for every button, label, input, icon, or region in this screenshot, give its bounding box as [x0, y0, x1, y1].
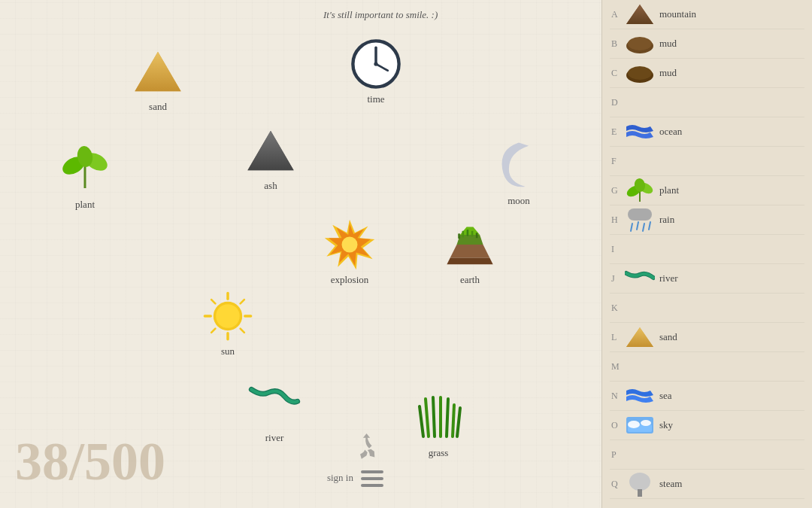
- sidebar-item-sky[interactable]: O sky: [610, 411, 804, 440]
- plant-label: plant: [75, 199, 95, 211]
- main-canvas: It's still important to smile. :) sand: [0, 0, 601, 508]
- sun-icon: [201, 290, 254, 342]
- sand-sidebar-label: sand: [659, 331, 677, 343]
- sidebar-item-i[interactable]: I: [610, 235, 804, 264]
- ocean-sidebar-icon: [625, 120, 655, 143]
- mud-sidebar-icon: [625, 32, 655, 55]
- sidebar-item-mud[interactable]: B mud: [610, 29, 804, 59]
- rain-sidebar-icon: [625, 208, 655, 231]
- svg-line-35: [426, 399, 429, 437]
- item-plant[interactable]: plant: [59, 143, 111, 211]
- sidebar-item-p[interactable]: P: [610, 440, 804, 470]
- mud2-sidebar-icon: [625, 62, 655, 84]
- rain-label: rain: [659, 214, 674, 226]
- time-icon: [350, 38, 402, 90]
- svg-point-44: [628, 37, 652, 50]
- menu-line-2: [361, 477, 383, 480]
- mountain-label: mountain: [659, 8, 696, 20]
- svg-line-55: [649, 222, 650, 230]
- sidebar-item-ocean[interactable]: E ocean: [610, 117, 804, 147]
- plant-sidebar-label: plant: [659, 184, 679, 196]
- sidebar-item-sea[interactable]: N sea: [610, 382, 804, 411]
- grass-icon: [412, 391, 465, 444]
- item-sun[interactable]: sun: [201, 290, 254, 357]
- river-sidebar-icon: [625, 267, 655, 290]
- ash-icon: [244, 124, 297, 177]
- mud2-label: mud: [659, 67, 677, 79]
- river-label: river: [265, 432, 284, 444]
- sidebar-item-rain[interactable]: H rain: [610, 205, 804, 235]
- moon-icon: [492, 139, 545, 192]
- svg-point-60: [628, 421, 640, 428]
- item-river[interactable]: river: [248, 376, 301, 444]
- sidebar-item-steam[interactable]: Q steam: [610, 470, 804, 499]
- item-explosion[interactable]: explosion: [323, 218, 376, 286]
- svg-line-34: [420, 406, 423, 437]
- progress-counter: 38/500: [15, 430, 165, 493]
- sidebar-item-plant[interactable]: G plant: [610, 176, 804, 205]
- svg-rect-21: [467, 230, 469, 236]
- sidebar-item-sand[interactable]: L sand: [610, 323, 804, 352]
- item-earth[interactable]: earth: [444, 218, 496, 286]
- svg-marker-57: [626, 327, 653, 347]
- item-moon[interactable]: moon: [492, 139, 545, 207]
- svg-marker-16: [447, 258, 492, 265]
- ocean-label: ocean: [659, 126, 682, 138]
- menu-button[interactable]: [361, 470, 383, 487]
- grass-label: grass: [429, 447, 449, 459]
- explosion-icon: [323, 218, 376, 271]
- item-ash[interactable]: ash: [244, 124, 297, 192]
- svg-point-46: [628, 66, 652, 80]
- earth-label: earth: [460, 274, 480, 286]
- svg-line-39: [453, 405, 454, 437]
- sidebar-item-d[interactable]: D: [610, 88, 804, 117]
- svg-point-61: [641, 420, 651, 426]
- sidebar-item-m[interactable]: M: [610, 352, 804, 382]
- sky-sidebar-icon: [625, 414, 655, 437]
- earth-icon: [444, 218, 496, 271]
- svg-rect-51: [628, 208, 652, 221]
- item-grass[interactable]: grass: [412, 391, 465, 459]
- sky-label: sky: [659, 419, 673, 431]
- menu-line-3: [361, 484, 383, 487]
- svg-point-25: [216, 304, 240, 328]
- explosion-label: explosion: [331, 274, 369, 286]
- svg-marker-15: [450, 245, 490, 258]
- top-message: It's still important to smile. :): [323, 9, 438, 21]
- sand-icon: [132, 45, 184, 98]
- svg-point-62: [629, 473, 650, 491]
- item-sand[interactable]: sand: [132, 45, 184, 113]
- svg-rect-19: [458, 233, 460, 239]
- time-label: time: [367, 93, 384, 105]
- river-canvas-icon: [248, 376, 301, 429]
- svg-line-36: [433, 397, 435, 437]
- mud-label: mud: [659, 38, 677, 50]
- svg-rect-22: [471, 231, 474, 237]
- sidebar-item-c[interactable]: C mud: [610, 59, 804, 88]
- svg-rect-20: [462, 231, 465, 238]
- item-time[interactable]: time: [350, 38, 402, 105]
- svg-marker-17: [457, 235, 483, 245]
- sidebar-item-mountain[interactable]: A mountain: [610, 0, 804, 29]
- sidebar-item-k[interactable]: K: [610, 294, 804, 323]
- steam-sidebar-icon: [625, 473, 655, 495]
- svg-line-52: [631, 224, 632, 231]
- svg-point-14: [342, 237, 358, 253]
- plant-sidebar-icon: [625, 179, 655, 202]
- sidebar: A mountain B mud C mud: [601, 0, 812, 508]
- moon-label: moon: [508, 195, 530, 207]
- svg-line-31: [241, 329, 244, 333]
- steam-label: steam: [659, 478, 682, 490]
- svg-line-40: [457, 408, 460, 437]
- sidebar-item-river[interactable]: J river: [610, 264, 804, 294]
- sidebar-item-f[interactable]: F: [610, 147, 804, 176]
- svg-line-30: [211, 300, 215, 303]
- svg-rect-23: [476, 233, 478, 238]
- recycle-icon[interactable]: [353, 433, 380, 463]
- svg-line-32: [241, 300, 244, 303]
- sidebar-item-r[interactable]: R: [610, 499, 804, 508]
- mountain-sidebar-icon: [625, 3, 655, 26]
- sign-in-text[interactable]: sign in: [327, 472, 353, 484]
- sand-sidebar-icon: [625, 326, 655, 348]
- svg-line-33: [211, 329, 215, 333]
